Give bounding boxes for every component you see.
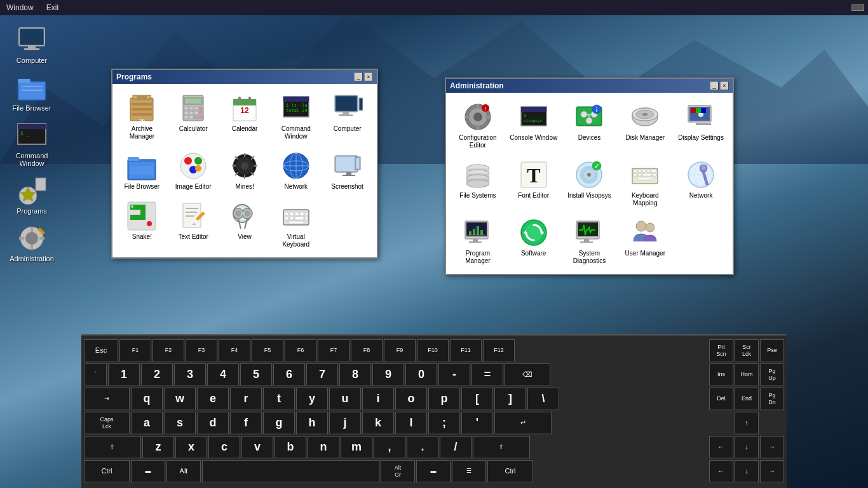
kb-f9[interactable]: F9 (384, 339, 416, 362)
kb-rbracket[interactable]: ] (494, 388, 526, 410)
kb-pgdn[interactable]: PgDn (760, 388, 784, 410)
kb-end[interactable]: End (735, 388, 759, 410)
app-snake[interactable]: Snake! (118, 197, 166, 252)
kb-g[interactable]: g (263, 412, 295, 435)
app-display-settings[interactable]: Display Settings (674, 98, 728, 153)
kb-pgup[interactable]: PgUp (760, 363, 784, 386)
app-calculator[interactable]: Calculator (169, 89, 218, 144)
kb-2[interactable]: 2 (141, 363, 173, 386)
kb-p[interactable]: p (428, 388, 460, 410)
kb-pause[interactable]: Pse (760, 339, 784, 362)
kb-h[interactable]: h (296, 412, 328, 435)
kb-4[interactable]: 4 (207, 363, 239, 386)
app-image-editor[interactable]: Image Editor (169, 147, 218, 194)
app-font-editor[interactable]: T Font Editor (507, 156, 560, 211)
kb-home[interactable]: Hom (735, 363, 759, 386)
kb-period[interactable]: . (407, 436, 438, 459)
kb-c[interactable]: c (208, 436, 240, 459)
kb-lctrl[interactable]: Ctrl (84, 460, 130, 483)
taskbar-window[interactable]: Window (4, 2, 36, 13)
admin-close-btn[interactable]: × (720, 81, 729, 90)
app-calendar[interactable]: 12 Calendar (220, 89, 269, 144)
desktop-icon-administration[interactable]: Administration (6, 220, 57, 265)
kb-prtscn[interactable]: PrtScn (709, 339, 733, 362)
taskbar-exit[interactable]: Exit (44, 2, 62, 13)
app-user-manager[interactable]: User Manager (618, 214, 672, 269)
kb-d[interactable]: d (197, 412, 229, 435)
app-virtual-keyboard[interactable]: Virtual Keyboard (271, 197, 320, 252)
app-network-admin[interactable]: Network (674, 156, 728, 211)
app-software[interactable]: Software (507, 214, 560, 269)
kb-f8[interactable]: F8 (351, 339, 383, 362)
kb-f6[interactable]: F6 (285, 339, 316, 362)
programs-titlebar[interactable]: Programs _ × (112, 70, 377, 84)
kb-rsuper[interactable]: ▬ (416, 460, 451, 483)
kb-rctrl[interactable]: Ctrl (487, 460, 533, 483)
kb-comma[interactable]: , (374, 436, 405, 459)
taskbar-minimize[interactable] (851, 4, 864, 11)
kb-f4[interactable]: F4 (219, 339, 250, 362)
kb-5[interactable]: 5 (240, 363, 272, 386)
kb-minus[interactable]: - (438, 363, 470, 386)
kb-a[interactable]: a (131, 412, 163, 435)
kb-9[interactable]: 9 (372, 363, 404, 386)
app-screenshot[interactable]: Screenshot (323, 147, 372, 194)
kb-w[interactable]: w (164, 388, 196, 410)
desktop-icon-file-browser[interactable]: File Browser (6, 70, 57, 114)
kb-f12[interactable]: F12 (483, 339, 515, 362)
app-text-editor[interactable]: Text Editor (169, 197, 218, 252)
kb-v[interactable]: v (241, 436, 273, 459)
kb-f7[interactable]: F7 (318, 339, 349, 362)
kb-right[interactable]: → (760, 436, 784, 459)
kb-z[interactable]: z (142, 436, 174, 459)
kb-esc[interactable]: Esc (84, 339, 118, 362)
admin-minimize-btn[interactable]: _ (710, 81, 719, 90)
kb-left[interactable]: ← (709, 436, 733, 459)
app-mines[interactable]: Mines! (220, 147, 269, 194)
desktop-icon-computer[interactable]: Computer (6, 22, 57, 67)
app-archive-manager[interactable]: ZIP Archive Manager (118, 89, 166, 144)
kb-capslck[interactable]: CapsLck (84, 412, 130, 435)
kb-del[interactable]: Del (709, 388, 733, 410)
kb-3[interactable]: 3 (174, 363, 206, 386)
kb-j[interactable]: j (329, 412, 361, 435)
app-file-systems[interactable]: File Systems (451, 156, 505, 211)
kb-6[interactable]: 6 (273, 363, 305, 386)
kb-l[interactable]: l (395, 412, 427, 435)
kb-slash[interactable]: / (440, 436, 471, 459)
kb-b[interactable]: b (275, 436, 306, 459)
app-view[interactable]: View (220, 197, 269, 252)
desktop-icon-programs[interactable]: Programs (6, 173, 57, 217)
kb-t[interactable]: t (263, 388, 295, 410)
kb-space[interactable] (202, 460, 379, 483)
kb-ins[interactable]: Ins (709, 363, 733, 386)
kb-down2[interactable]: ↓ (735, 460, 759, 483)
kb-f3[interactable]: F3 (186, 339, 217, 362)
kb-u[interactable]: u (329, 388, 361, 410)
app-program-manager[interactable]: Program Manager (451, 214, 505, 269)
kb-equals[interactable]: = (471, 363, 503, 386)
kb-k[interactable]: k (362, 412, 394, 435)
app-computer[interactable]: Computer (323, 89, 372, 144)
app-file-browser[interactable]: File Browser (118, 147, 166, 194)
desktop-icon-command-window[interactable]: $ _ Command Window (6, 118, 57, 170)
kb-q[interactable]: q (131, 388, 163, 410)
app-devices[interactable]: i Devices (563, 98, 616, 153)
kb-y[interactable]: y (296, 388, 328, 410)
kb-right2[interactable]: → (760, 460, 784, 483)
kb-left2[interactable]: ← (709, 460, 733, 483)
kb-f10[interactable]: F10 (417, 339, 449, 362)
kb-f11[interactable]: F11 (450, 339, 482, 362)
kb-quote[interactable]: ' (461, 412, 493, 435)
kb-n[interactable]: n (308, 436, 339, 459)
kb-ralt[interactable]: AltGr (381, 460, 415, 483)
kb-rshift[interactable]: ⇧ (473, 436, 530, 459)
kb-m[interactable]: m (341, 436, 372, 459)
kb-7[interactable]: 7 (306, 363, 338, 386)
kb-enter[interactable]: ↵ (494, 412, 552, 435)
kb-scrlck[interactable]: ScrLck (735, 339, 759, 362)
app-command-window[interactable]: $ ls -la total 24 Command Window (271, 89, 320, 144)
kb-lalt[interactable]: Alt (166, 460, 201, 483)
app-config-editor[interactable]: ! Configuration Editor (451, 98, 505, 153)
kb-backspace[interactable]: ⌫ (505, 363, 550, 386)
